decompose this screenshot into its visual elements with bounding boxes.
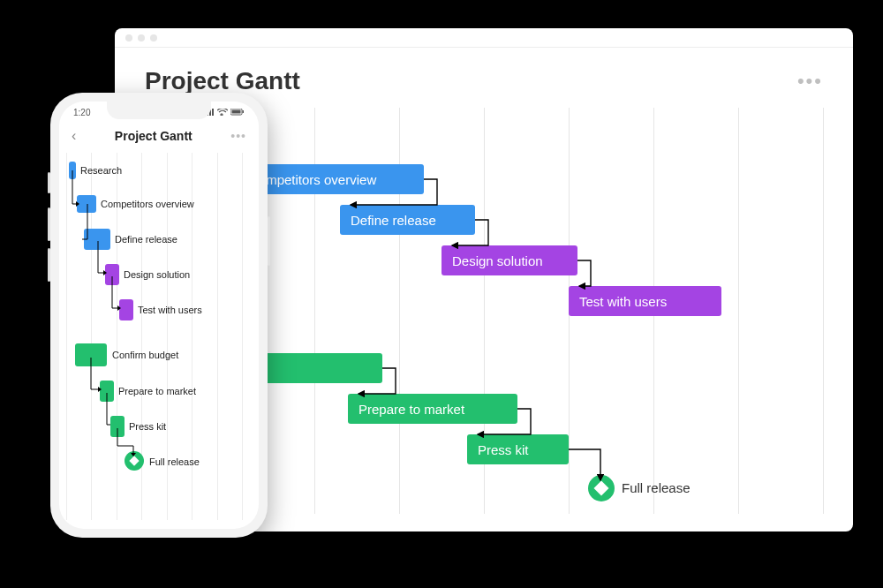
milestone-label: Full release <box>622 480 691 495</box>
gantt-bar-test-with-users[interactable] <box>119 299 133 320</box>
gantt-bar-test-with-users[interactable]: Test with users <box>569 286 721 316</box>
phone-device: 1:20 ‹ Project Gantt ••• <box>50 93 268 538</box>
gantt-bar-label: Competitors overview <box>249 172 376 187</box>
phone-notch <box>107 102 211 119</box>
svg-rect-5 <box>232 109 241 113</box>
status-time: 1:20 <box>73 108 90 117</box>
phone-side-button <box>48 248 50 282</box>
gantt-bar-label: Prepare to market <box>118 386 196 396</box>
gantt-bar-label: Press kit <box>478 442 529 457</box>
gantt-bar-label: Research <box>80 165 122 176</box>
window-control-zoom[interactable] <box>150 34 157 41</box>
gantt-bar-label: Press kit <box>129 421 166 432</box>
battery-icon <box>230 108 245 117</box>
more-options-button[interactable]: ••• <box>797 70 823 93</box>
phone-side-button <box>48 207 50 241</box>
gantt-bar-label: Define release <box>351 213 436 228</box>
page-title: Project Gantt <box>115 129 192 143</box>
phone-side-button <box>48 172 50 193</box>
phone-side-button <box>268 216 270 266</box>
gantt-bar-label: Design solution <box>124 269 190 280</box>
gridline <box>823 108 824 514</box>
window-control-minimize[interactable] <box>138 34 145 41</box>
milestone-full-release[interactable] <box>588 475 615 501</box>
phone-screen: 1:20 ‹ Project Gantt ••• <box>59 102 259 529</box>
svg-rect-3 <box>212 109 214 116</box>
gridline <box>66 153 67 520</box>
gantt-bar-label: Confirm budget <box>112 350 178 360</box>
gantt-chart-mobile: Research Competitors overview Define rel… <box>66 153 252 520</box>
gantt-bar-confirm-budget[interactable] <box>75 343 107 366</box>
gantt-bar-press-kit[interactable] <box>110 416 125 437</box>
gantt-bar-label: Test with users <box>138 305 202 315</box>
milestone-label: Full release <box>149 456 200 467</box>
phone-header: ‹ Project Gantt ••• <box>59 123 259 149</box>
wifi-icon <box>217 108 228 117</box>
milestone-full-release[interactable] <box>125 451 144 471</box>
gantt-bar-design-solution[interactable]: Design solution <box>442 245 577 275</box>
svg-rect-6 <box>243 110 245 113</box>
gantt-bar-label: Test with users <box>579 294 667 309</box>
window-titlebar <box>115 28 853 48</box>
gantt-bar-research[interactable] <box>69 162 76 179</box>
gantt-bar-prepare-to-market[interactable] <box>100 381 114 402</box>
gridline <box>242 153 243 520</box>
gantt-bar-define-release[interactable] <box>84 229 110 250</box>
back-button[interactable]: ‹ <box>72 128 76 144</box>
gantt-bar-press-kit[interactable]: Press kit <box>467 434 569 464</box>
gantt-bar-label: Competitors overview <box>101 199 194 209</box>
page-title: Project Gantt <box>145 67 300 95</box>
more-options-button[interactable]: ••• <box>230 129 246 143</box>
gantt-bar-define-release[interactable]: Define release <box>340 205 475 235</box>
gantt-bar-design-solution[interactable] <box>105 264 119 285</box>
gridline <box>217 153 218 520</box>
gantt-bar-label: Define release <box>115 234 177 245</box>
gridline <box>738 108 739 514</box>
gantt-bar-label: Prepare to market <box>358 402 464 417</box>
window-control-close[interactable] <box>125 34 132 41</box>
gantt-bar-competitors[interactable] <box>77 195 96 213</box>
gantt-bar-prepare-to-market[interactable]: Prepare to market <box>348 394 517 424</box>
gantt-bar-label: Design solution <box>452 253 543 268</box>
